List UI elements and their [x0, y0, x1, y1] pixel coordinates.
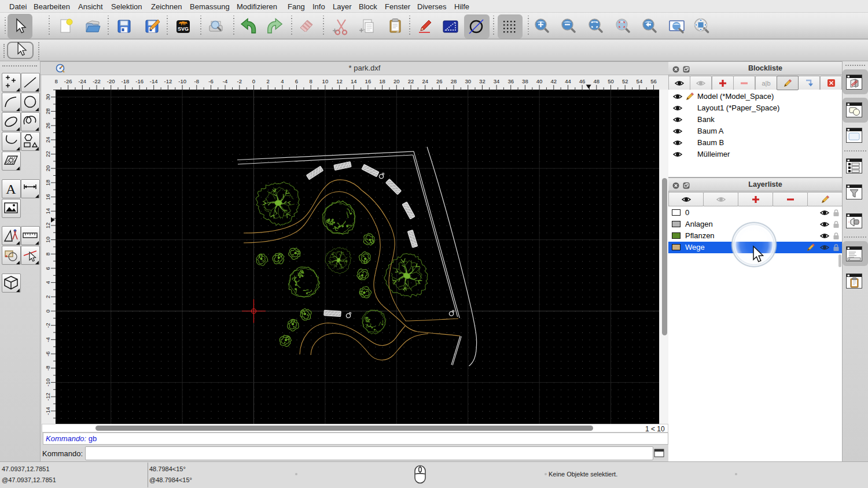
svg-text:10: 10 — [45, 236, 51, 243]
svg-text:20: 20 — [45, 165, 51, 172]
svg-text:30: 30 — [45, 94, 51, 101]
svg-text:30: 30 — [465, 78, 471, 84]
svg-text:-4: -4 — [223, 78, 227, 84]
svg-text:-8: -8 — [194, 78, 199, 84]
svg-text:12: 12 — [45, 223, 51, 229]
svg-text:14: 14 — [351, 78, 357, 84]
svg-text:-6: -6 — [45, 352, 51, 356]
svg-text:22: 22 — [408, 78, 414, 84]
svg-text:36: 36 — [507, 78, 514, 84]
svg-text:-24: -24 — [78, 78, 86, 84]
svg-text:26: 26 — [436, 78, 443, 84]
svg-text:-26: -26 — [64, 78, 72, 84]
svg-text:-6: -6 — [208, 78, 213, 84]
svg-text:40: 40 — [536, 78, 543, 84]
svg-text:52: 52 — [622, 78, 628, 84]
svg-text:4: 4 — [45, 281, 51, 284]
svg-text:56: 56 — [650, 78, 657, 84]
svg-text:12: 12 — [336, 78, 343, 84]
svg-text:16: 16 — [45, 194, 51, 200]
svg-text:-20: -20 — [107, 78, 115, 84]
svg-text:0: 0 — [252, 78, 255, 84]
svg-text:24: 24 — [422, 78, 428, 84]
svg-text:0: 0 — [45, 309, 51, 312]
svg-text:-18: -18 — [122, 78, 130, 84]
svg-text:6: 6 — [45, 267, 51, 269]
svg-text:18: 18 — [45, 180, 51, 186]
svg-text:-22: -22 — [93, 78, 101, 84]
svg-text:26: 26 — [45, 123, 51, 129]
svg-text:-14: -14 — [150, 78, 158, 84]
svg-text:38: 38 — [522, 78, 528, 84]
svg-text:28: 28 — [451, 78, 457, 84]
svg-text:2: 2 — [45, 295, 51, 298]
svg-text:46: 46 — [579, 78, 586, 84]
svg-text:54: 54 — [637, 78, 643, 84]
svg-text:14: 14 — [45, 208, 51, 215]
svg-text:-10: -10 — [178, 78, 186, 84]
svg-text:-8: -8 — [45, 365, 51, 370]
svg-text:44: 44 — [565, 78, 571, 84]
svg-text:-2: -2 — [237, 78, 242, 84]
svg-text:6: 6 — [295, 78, 298, 84]
svg-text:SVG: SVG — [178, 26, 189, 32]
svg-text:42: 42 — [551, 78, 557, 84]
svg-text:16: 16 — [365, 78, 372, 84]
svg-text:A: A — [6, 182, 16, 197]
svg-text:22: 22 — [45, 151, 51, 157]
svg-text:-28: -28 — [55, 78, 58, 84]
svg-text:28: 28 — [45, 108, 51, 114]
svg-text:18: 18 — [379, 78, 385, 84]
svg-text:2: 2 — [267, 78, 270, 84]
svg-text:-10: -10 — [45, 379, 51, 387]
svg-text:32: 32 — [479, 78, 486, 84]
svg-text:8: 8 — [45, 253, 51, 256]
svg-text:4: 4 — [281, 78, 284, 84]
svg-text:50: 50 — [608, 78, 614, 84]
svg-text:-14: -14 — [45, 407, 51, 415]
svg-text:24: 24 — [45, 137, 51, 143]
svg-text:-16: -16 — [135, 78, 144, 84]
svg-text:8: 8 — [310, 78, 312, 84]
svg-text:48: 48 — [594, 78, 600, 84]
svg-text:20: 20 — [393, 78, 400, 84]
svg-text:34: 34 — [494, 78, 500, 84]
svg-text:-12: -12 — [164, 78, 172, 84]
svg-text:-12: -12 — [45, 393, 51, 401]
svg-text:-4: -4 — [45, 337, 51, 342]
svg-text:10: 10 — [322, 78, 329, 84]
svg-text:-2: -2 — [45, 323, 51, 327]
